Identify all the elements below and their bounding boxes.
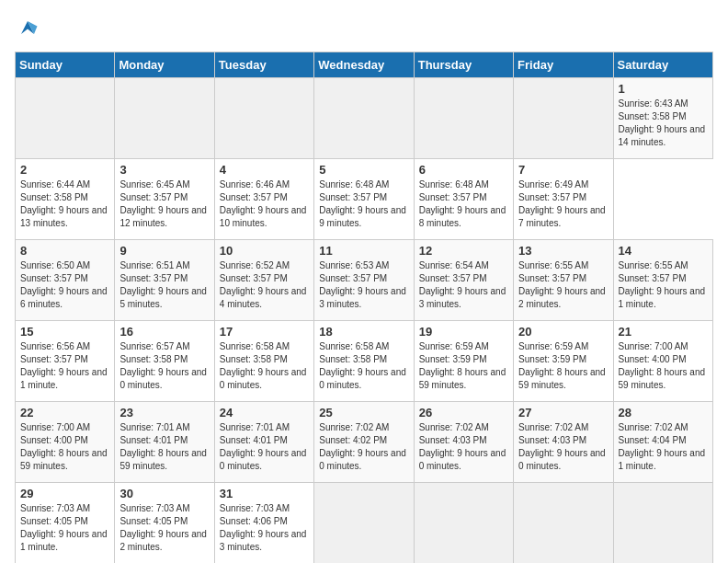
calendar-day: 4Sunrise: 6:46 AMSunset: 3:57 PMDaylight… <box>214 159 313 240</box>
header-day: Saturday <box>613 52 712 78</box>
calendar-day: 19Sunrise: 6:59 AMSunset: 3:59 PMDayligh… <box>414 321 513 402</box>
header-day: Tuesday <box>214 52 313 78</box>
calendar-day <box>514 483 613 564</box>
header-row: SundayMondayTuesdayWednesdayThursdayFrid… <box>16 52 713 78</box>
calendar-day: 27Sunrise: 7:02 AMSunset: 4:03 PMDayligh… <box>514 402 613 483</box>
calendar-day: 14Sunrise: 6:55 AMSunset: 3:57 PMDayligh… <box>613 240 712 321</box>
calendar-day: 1Sunrise: 6:43 AMSunset: 3:58 PMDaylight… <box>613 78 712 159</box>
calendar-day: 8Sunrise: 6:50 AMSunset: 3:57 PMDaylight… <box>16 240 115 321</box>
calendar-day: 10Sunrise: 6:52 AMSunset: 3:57 PMDayligh… <box>214 240 313 321</box>
empty-cell <box>314 78 414 159</box>
calendar-day: 28Sunrise: 7:02 AMSunset: 4:04 PMDayligh… <box>613 402 712 483</box>
calendar-day: 2Sunrise: 6:44 AMSunset: 3:58 PMDaylight… <box>16 159 115 240</box>
calendar-day: 31Sunrise: 7:03 AMSunset: 4:06 PMDayligh… <box>214 483 313 564</box>
logo-icon <box>15 15 40 40</box>
calendar-day: 20Sunrise: 6:59 AMSunset: 3:59 PMDayligh… <box>514 321 613 402</box>
calendar-day: 13Sunrise: 6:55 AMSunset: 3:57 PMDayligh… <box>514 240 613 321</box>
calendar-day: 23Sunrise: 7:01 AMSunset: 4:01 PMDayligh… <box>115 402 214 483</box>
calendar-week: 15Sunrise: 6:56 AMSunset: 3:57 PMDayligh… <box>16 321 713 402</box>
header-day: Wednesday <box>314 52 414 78</box>
calendar-week: 2Sunrise: 6:44 AMSunset: 3:58 PMDaylight… <box>16 159 713 240</box>
calendar-day <box>414 483 513 564</box>
calendar-week: 29Sunrise: 7:03 AMSunset: 4:05 PMDayligh… <box>16 483 713 564</box>
empty-cell <box>115 78 214 159</box>
empty-cell <box>16 78 115 159</box>
calendar-day: 26Sunrise: 7:02 AMSunset: 4:03 PMDayligh… <box>414 402 513 483</box>
header-day: Sunday <box>16 52 115 78</box>
calendar-day: 15Sunrise: 6:56 AMSunset: 3:57 PMDayligh… <box>16 321 115 402</box>
calendar-day: 12Sunrise: 6:54 AMSunset: 3:57 PMDayligh… <box>414 240 513 321</box>
calendar-day: 6Sunrise: 6:48 AMSunset: 3:57 PMDaylight… <box>414 159 513 240</box>
calendar-day: 30Sunrise: 7:03 AMSunset: 4:05 PMDayligh… <box>115 483 214 564</box>
calendar-week: 1Sunrise: 6:43 AMSunset: 3:58 PMDaylight… <box>16 78 713 159</box>
empty-cell <box>514 78 613 159</box>
calendar-day: 25Sunrise: 7:02 AMSunset: 4:02 PMDayligh… <box>314 402 414 483</box>
calendar-day: 16Sunrise: 6:57 AMSunset: 3:58 PMDayligh… <box>115 321 214 402</box>
calendar-day: 17Sunrise: 6:58 AMSunset: 3:58 PMDayligh… <box>214 321 313 402</box>
calendar-table: SundayMondayTuesdayWednesdayThursdayFrid… <box>15 52 713 563</box>
empty-cell <box>414 78 513 159</box>
calendar-week: 22Sunrise: 7:00 AMSunset: 4:00 PMDayligh… <box>16 402 713 483</box>
calendar-day: 29Sunrise: 7:03 AMSunset: 4:05 PMDayligh… <box>16 483 115 564</box>
calendar-day: 18Sunrise: 6:58 AMSunset: 3:58 PMDayligh… <box>314 321 414 402</box>
logo <box>15 15 44 40</box>
header-day: Friday <box>514 52 613 78</box>
calendar-day: 5Sunrise: 6:48 AMSunset: 3:57 PMDaylight… <box>314 159 414 240</box>
calendar-day: 21Sunrise: 7:00 AMSunset: 4:00 PMDayligh… <box>613 321 712 402</box>
calendar-day: 22Sunrise: 7:00 AMSunset: 4:00 PMDayligh… <box>16 402 115 483</box>
calendar-day: 7Sunrise: 6:49 AMSunset: 3:57 PMDaylight… <box>514 159 613 240</box>
calendar-day <box>314 483 414 564</box>
calendar-day: 3Sunrise: 6:45 AMSunset: 3:57 PMDaylight… <box>115 159 214 240</box>
empty-cell <box>214 78 313 159</box>
calendar-week: 8Sunrise: 6:50 AMSunset: 3:57 PMDaylight… <box>16 240 713 321</box>
header-day: Thursday <box>414 52 513 78</box>
page-header <box>15 15 713 40</box>
header-day: Monday <box>115 52 214 78</box>
calendar-day: 11Sunrise: 6:53 AMSunset: 3:57 PMDayligh… <box>314 240 414 321</box>
calendar-day <box>613 483 712 564</box>
calendar-day: 9Sunrise: 6:51 AMSunset: 3:57 PMDaylight… <box>115 240 214 321</box>
calendar-day: 24Sunrise: 7:01 AMSunset: 4:01 PMDayligh… <box>214 402 313 483</box>
